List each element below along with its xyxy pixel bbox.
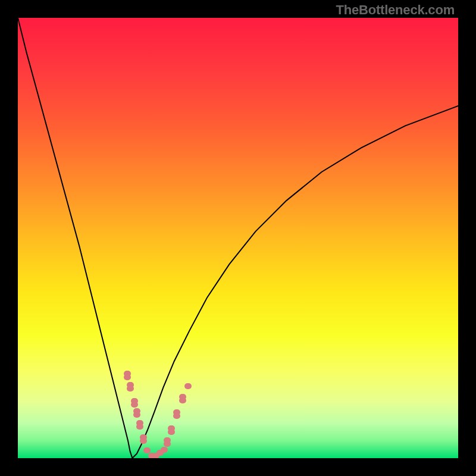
series-marker (124, 374, 131, 380)
chart-frame (18, 18, 458, 458)
series-marker (143, 447, 151, 453)
series-marker (161, 447, 168, 453)
series-marker (133, 412, 140, 418)
series-marker (184, 383, 192, 389)
series-marker (140, 438, 147, 444)
series-marker (173, 409, 180, 415)
series-marker (131, 402, 138, 408)
series-marker (127, 386, 134, 392)
chart-svg (18, 18, 458, 458)
curve-right-branch (132, 106, 458, 458)
series-marker (179, 394, 186, 400)
series-marker (136, 424, 143, 430)
series-marker (168, 425, 175, 431)
marker-group (124, 371, 192, 458)
series-marker (164, 437, 171, 443)
curve-left-branch (18, 18, 132, 458)
watermark-text: TheBottleneck.com (336, 2, 455, 18)
